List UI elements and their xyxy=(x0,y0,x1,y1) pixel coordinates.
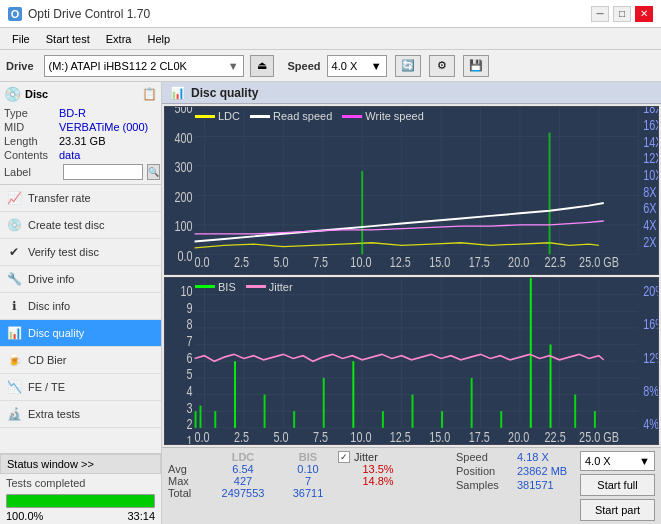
svg-text:1: 1 xyxy=(187,432,193,444)
sidebar-nav: 📈 Transfer rate 💿 Create test disc ✔ Ver… xyxy=(0,185,161,453)
sidebar-item-drive-info[interactable]: 🔧 Drive info xyxy=(0,266,161,293)
svg-rect-82 xyxy=(195,411,197,428)
sidebar-item-cd-bier[interactable]: 🍺 CD Bier xyxy=(0,347,161,374)
disc-quality-header: 📊 Disc quality xyxy=(162,82,661,104)
legend-read-speed-label: Read speed xyxy=(273,110,332,122)
svg-rect-83 xyxy=(200,405,202,427)
minimize-button[interactable]: ─ xyxy=(591,6,609,22)
speed-row: Speed 4.18 X xyxy=(456,451,549,463)
sidebar-item-transfer-rate[interactable]: 📈 Transfer rate xyxy=(0,185,161,212)
svg-text:4X: 4X xyxy=(643,218,657,234)
sidebar-item-fe-te[interactable]: 📉 FE / TE xyxy=(0,374,161,401)
disc-type-value: BD-R xyxy=(59,107,86,119)
maximize-button[interactable]: □ xyxy=(613,6,631,22)
legend-ldc-label: LDC xyxy=(218,110,240,122)
menu-extra[interactable]: Extra xyxy=(98,31,140,47)
svg-text:8: 8 xyxy=(187,315,193,332)
menu-start-test[interactable]: Start test xyxy=(38,31,98,47)
svg-text:16%: 16% xyxy=(643,315,658,332)
svg-text:3: 3 xyxy=(187,398,193,415)
extra-tests-icon: 🔬 xyxy=(6,406,22,422)
legend-bis-label: BIS xyxy=(218,281,236,293)
svg-text:500: 500 xyxy=(175,107,193,117)
verify-test-disc-label: Verify test disc xyxy=(28,246,99,258)
svg-text:4: 4 xyxy=(187,382,193,399)
refresh-button[interactable]: 🔄 xyxy=(395,55,421,77)
sidebar-item-disc-quality[interactable]: 📊 Disc quality xyxy=(0,320,161,347)
jitter-check-mark: ✓ xyxy=(340,452,348,462)
stats-total-ldc: 2497553 xyxy=(208,487,278,499)
disc-label-input[interactable] xyxy=(63,164,143,180)
legend-bis-color xyxy=(195,285,215,288)
legend-write-speed-color xyxy=(342,115,362,118)
svg-text:17.5: 17.5 xyxy=(469,427,490,444)
sidebar-item-disc-info[interactable]: ℹ Disc info xyxy=(0,293,161,320)
fe-te-icon: 📉 xyxy=(6,379,22,395)
svg-text:9: 9 xyxy=(187,298,193,315)
disc-label-row: Label 🔍 xyxy=(4,164,157,180)
drive-label: Drive xyxy=(6,60,34,72)
stats-total-bis: 36711 xyxy=(278,487,338,499)
svg-rect-94 xyxy=(500,411,502,428)
drive-select[interactable]: (M:) ATAPI iHBS112 2 CL0K ▼ xyxy=(44,55,244,77)
disc-quality-header-title: Disc quality xyxy=(191,86,258,100)
speed-select[interactable]: 4.0 X ▼ xyxy=(327,55,387,77)
svg-rect-84 xyxy=(214,411,216,428)
svg-text:15.0: 15.0 xyxy=(429,427,450,444)
stats-total-label: Total xyxy=(168,487,208,499)
start-part-button[interactable]: Start part xyxy=(580,499,655,521)
save-button[interactable]: 💾 xyxy=(463,55,489,77)
status-completed-label: Tests completed xyxy=(0,474,161,492)
close-button[interactable]: ✕ xyxy=(635,6,653,22)
svg-text:6X: 6X xyxy=(643,201,657,217)
jitter-checkbox[interactable]: ✓ xyxy=(338,451,350,463)
extra-tests-label: Extra tests xyxy=(28,408,80,420)
speed-label: Speed xyxy=(288,60,321,72)
disc-label-button[interactable]: 🔍 xyxy=(147,164,160,180)
sidebar-item-verify-test-disc[interactable]: ✔ Verify test disc xyxy=(0,239,161,266)
svg-rect-93 xyxy=(471,377,473,427)
svg-text:2.5: 2.5 xyxy=(234,427,249,444)
stats-avg-ldc: 6.54 xyxy=(208,463,278,475)
menu-file[interactable]: File xyxy=(4,31,38,47)
svg-text:17.5: 17.5 xyxy=(469,255,490,271)
status-window-button[interactable]: Status window >> xyxy=(0,454,161,474)
samples-row: Samples 381571 xyxy=(456,479,554,491)
svg-text:400: 400 xyxy=(175,131,193,147)
svg-text:20%: 20% xyxy=(643,282,658,299)
svg-text:10.0: 10.0 xyxy=(350,427,371,444)
buttons-section: 4.0 X ▼ Start full Start part xyxy=(580,451,655,521)
svg-text:12.5: 12.5 xyxy=(390,427,411,444)
speed-dropdown[interactable]: 4.0 X ▼ xyxy=(580,451,655,471)
stats-total-jitter xyxy=(338,487,418,499)
drive-info-icon: 🔧 xyxy=(6,271,22,287)
eject-button[interactable]: ⏏ xyxy=(250,55,274,77)
svg-text:8%: 8% xyxy=(643,382,658,399)
svg-text:0.0: 0.0 xyxy=(195,255,210,271)
status-bar: Status window >> Tests completed 100.0% … xyxy=(0,453,161,524)
disc-icon2: 📋 xyxy=(142,87,157,101)
legend-ldc: LDC xyxy=(195,110,240,122)
disc-length-value: 23.31 GB xyxy=(59,135,105,147)
disc-quality-label: Disc quality xyxy=(28,327,84,339)
menu-help[interactable]: Help xyxy=(139,31,178,47)
disc-mid-label: MID xyxy=(4,121,59,133)
legend-jitter: Jitter xyxy=(246,281,293,293)
svg-text:15.0: 15.0 xyxy=(429,255,450,271)
svg-text:25.0 GB: 25.0 GB xyxy=(579,255,619,271)
start-full-button[interactable]: Start full xyxy=(580,474,655,496)
settings-button[interactable]: ⚙ xyxy=(429,55,455,77)
sidebar-item-extra-tests[interactable]: 🔬 Extra tests xyxy=(0,401,161,428)
disc-length-label: Length xyxy=(4,135,59,147)
sidebar-item-create-test-disc[interactable]: 💿 Create test disc xyxy=(0,212,161,239)
svg-text:10X: 10X xyxy=(643,168,658,184)
title-bar-left: O Opti Drive Control 1.70 xyxy=(8,7,150,21)
app-icon: O xyxy=(8,7,22,21)
svg-text:8X: 8X xyxy=(643,184,657,200)
legend-jitter-label: Jitter xyxy=(269,281,293,293)
jitter-row: ✓ Jitter xyxy=(338,451,378,463)
speed-section: Speed 4.18 X Position 23862 MB Samples 3… xyxy=(456,451,576,491)
cd-bier-label: CD Bier xyxy=(28,354,67,366)
cd-bier-icon: 🍺 xyxy=(6,352,22,368)
legend-ldc-color xyxy=(195,115,215,118)
